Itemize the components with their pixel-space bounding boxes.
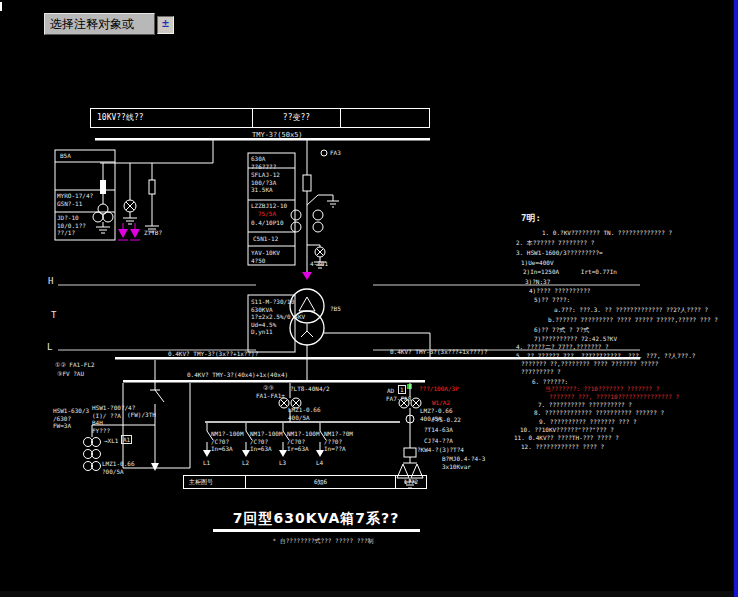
note-line: 8. ????????????? ?????????? ?????? ?	[534, 409, 664, 416]
incoming-ct2-label: LMZ1-0.66 ?00/5A	[102, 460, 135, 475]
equipment-row3-class: 0.4/10P10	[251, 219, 284, 227]
feeder-label: NM1?-?0M /??0? In=??A	[324, 430, 353, 453]
incoming-switch-label: HSW1-630/3 /630? FW=3A	[53, 407, 89, 430]
cap-controller-label: ?KW4-?(3)?T?4	[417, 446, 464, 454]
pt-table-row1: B5A	[60, 152, 71, 160]
header-table: 10KV??线?? ??变??	[90, 108, 430, 128]
feeder-terminal: L3	[279, 459, 286, 467]
cap-fa-label: FA7-FA8	[386, 395, 411, 403]
header-cell-incoming: 10KV??线??	[91, 109, 253, 127]
note-line: ??????? ???, ????10??????????????? ?	[549, 393, 679, 400]
transformer-side-label: ?B5	[330, 305, 341, 313]
cap-ad-box: 1	[398, 385, 406, 394]
feeder-head-b: FA1-FA1±	[256, 392, 285, 400]
cap-contactor-label: CJ?4-??A	[424, 437, 453, 445]
incoming-switch2-label: HSW1-?00?/4? (I)/ ??A B4H FY???	[92, 404, 135, 434]
note-line: 7. ?????????? ?????????? ?	[538, 401, 632, 408]
earthing-switch	[307, 195, 339, 207]
prompt-expand-button[interactable]: ±	[157, 16, 174, 34]
lv-busA-label-right: 0.4KV? TMY-3?(3x???+1x???)?	[390, 348, 488, 356]
corner-mark	[0, 2, 2, 11]
note-line: 4)???? ??????????	[529, 287, 590, 294]
note-line: a.7??: ???.3. ?? ????????????? ??2?人????…	[554, 306, 708, 313]
feeder-label: NM1?-100M /C?0? In=63A	[211, 430, 244, 453]
feeder-terminal: L2	[242, 459, 249, 467]
feeder-head-ct: LMZ1-0.66 400/5A	[288, 406, 321, 421]
arrester-label: ZTTB?	[144, 229, 162, 237]
cap-switch-label: ?T14-63A	[424, 426, 453, 434]
note-line: 3. HSW1-1600/3?????????=	[516, 249, 603, 256]
panel-cell-feeder: 6知6	[246, 476, 396, 488]
section-h-label: H	[48, 276, 53, 287]
note-line: 1. 0.?KV?7?????? TN. ????????????? ?	[542, 229, 672, 236]
section-l-label: L	[47, 342, 52, 353]
note-line: b.?????? 7???????? ???? 7???? 7????,????…	[548, 316, 718, 323]
header-cell-transformer: ??变??	[253, 109, 341, 127]
note-line: ??????? ??,???????? ???? 7?????? ?????	[521, 360, 658, 367]
transformer-info: S11-M-?30/10 630KVA 1?±2x2.5%/0.4KV Ud=4…	[251, 298, 305, 336]
panel-name-table: 主柜图号 6知6 1?72	[183, 475, 427, 489]
note-line: 9. ?????????? ??????? ??? ?	[539, 418, 637, 425]
command-prompt-tooltip: 选择注释对象或	[44, 13, 155, 35]
panel-cell-cap: 1?72	[396, 476, 426, 488]
transformer-symbol	[290, 289, 430, 381]
cad-window: { "tooltip": { "text": "选择注释对象或", "butto…	[0, 0, 738, 597]
note-line: 1)Ue=400V	[521, 259, 554, 266]
pt-table-row3: JD?-10 10/0.1?? ??/1?	[57, 214, 86, 237]
surge-arresters	[118, 223, 140, 240]
schematic-linework	[0, 0, 733, 591]
ground-symbol	[145, 194, 159, 232]
ground-symbol	[123, 212, 137, 224]
cap-breaker-red-label: ???/100A/3P	[419, 385, 459, 393]
drawing-subtitle: * 自????????式??? ????? ???制	[238, 537, 408, 544]
hv-main-feeder	[291, 140, 339, 280]
incoming-fuse-label2: ③FV ?AU	[57, 370, 84, 378]
pt-table-row2: MYRO-17/4? GSN?-11	[57, 192, 93, 207]
note-line: 6. ??????:	[532, 378, 568, 385]
cap-ad-label: AD	[387, 387, 394, 395]
equipment-row3-type: LZZBJ12-10	[251, 202, 287, 210]
drawing-title: 7回型630KVA箱7系??	[210, 508, 422, 528]
meter-box-label: A1	[121, 435, 132, 444]
feeder-head-a: ②③	[263, 384, 274, 392]
equipment-row2: SFLAJ-12 100/?3A 31.5KA	[251, 171, 280, 194]
equipment-row4: C5N1-12	[253, 235, 278, 243]
cap-arrester-label: F?S-0.22	[432, 416, 461, 424]
ground-symbol	[96, 222, 110, 233]
panel-cell-main: 主柜图号	[184, 476, 246, 488]
note-line: 当???????: ??10??????? ??????? ?	[545, 385, 659, 392]
feeder-terminal: L4	[316, 459, 323, 467]
cable-tag-label: 4-801	[310, 260, 328, 268]
hv-bus-label: TMY-3?(50x5)	[252, 131, 303, 140]
equipment-row1: 630A 7?6?7??	[251, 155, 276, 170]
incoming-ct-label: →XL1	[104, 437, 118, 445]
note-line: 5. ?? 7????7 7??, ??7??7?????, ???, ??7,…	[516, 352, 695, 359]
fa3-label: FA3	[330, 149, 341, 157]
note-line: ??7?????? ?	[521, 368, 561, 375]
feeder-terminal: L1	[203, 459, 210, 467]
cap-wire-red-label: W1/A2	[432, 399, 450, 407]
note-line: 6)?? 7?式 ? 7?式	[534, 326, 589, 333]
cap-bank-label: B?MJ0.4-?4-3 3x10Kvar	[442, 455, 485, 470]
note-line: 7)?????????? 72:42.5?KV	[534, 335, 617, 342]
notes-title: 7明:	[521, 213, 541, 224]
feeder-label: NM1?-100M /C?0? In=63A	[250, 430, 283, 453]
title-underline	[213, 529, 420, 532]
note-line: 12. ??????7????? ???? ?	[521, 443, 604, 450]
viewport-edge-line	[734, 0, 738, 597]
lv-busA-label-left: 0.4KV? TMY-3?(3x??+1x??)?	[168, 350, 258, 358]
incoming-switch3-label: (FW)/3TH	[127, 411, 156, 419]
pt-branch	[93, 140, 213, 233]
drawing-canvas: 选择注释对象或 ± 10KV??线?? ??变?? TMY-3?(50x5) B…	[0, 0, 733, 591]
incoming-fuse-label1: ①② FA1-FL2	[55, 361, 95, 369]
note-line: 10. ??10KV??????"???"??? ?	[520, 426, 614, 433]
section-t-label: T	[51, 310, 56, 321]
feeder-label: NM1?-100M /C?0? Ir=63A	[287, 430, 320, 453]
note-line: 4. ?????二? 77??,??????? ?	[516, 343, 609, 350]
header-cell-empty	[341, 109, 429, 127]
note-line: 5)?? 7???:	[534, 296, 570, 303]
cable-head-marker	[302, 272, 312, 280]
equipment-row5: YAV-10KV 4?50	[251, 249, 280, 264]
note-line: 2. 本?7???? 7??????? ?	[516, 239, 594, 246]
equipment-row3-ratio: 75/5A	[258, 210, 276, 218]
